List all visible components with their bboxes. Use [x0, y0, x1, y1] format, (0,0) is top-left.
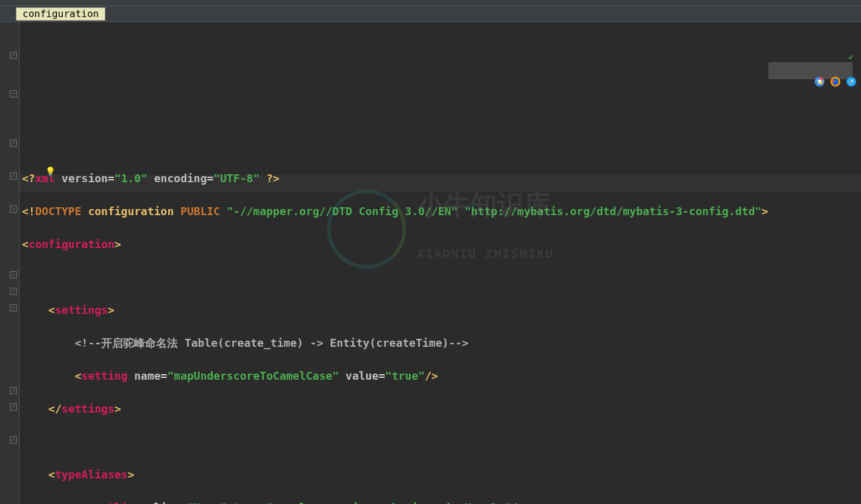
fold-marker[interactable]	[10, 52, 17, 59]
ie-icon[interactable]	[837, 65, 848, 76]
fold-marker[interactable]	[10, 90, 17, 98]
code-line: <?xml version="1.0" encoding="UTF-8" ?>	[22, 170, 861, 186]
fold-marker[interactable]	[10, 304, 17, 311]
code-area[interactable]: 💡 ✔ 小牛知识库 XIAONIU ZHISHIKU	[19, 22, 861, 504]
opera-icon[interactable]	[821, 65, 832, 76]
title-bar	[0, 0, 861, 6]
fold-marker[interactable]	[10, 205, 17, 213]
firefox-icon[interactable]	[789, 65, 800, 76]
safari-icon[interactable]	[805, 65, 816, 76]
code-line: <!--开启驼峰命名法 Table(create_time) -> Entity…	[22, 335, 861, 351]
code-line: <!DOCTYPE configuration PUBLIC "-//mappe…	[22, 203, 861, 219]
fold-marker[interactable]	[10, 140, 17, 147]
code-line: <setting name="mapUnderscoreToCamelCase"…	[22, 367, 861, 384]
editor[interactable]: 💡 ✔ 小牛知识库 XIAONIU ZHISHIKU	[0, 22, 861, 504]
fold-marker[interactable]	[10, 436, 17, 444]
code-line: <typeAliases>	[22, 466, 861, 483]
breadcrumb-item[interactable]: configuration	[16, 7, 105, 21]
lightbulb-icon[interactable]: 💡	[45, 163, 55, 180]
breadcrumb-bar: configuration	[0, 6, 861, 22]
browser-preview-toolbar	[768, 62, 852, 79]
code-line	[22, 269, 861, 285]
fold-marker[interactable]	[10, 172, 17, 180]
fold-marker[interactable]	[10, 271, 17, 279]
code-line: </settings>	[22, 400, 861, 417]
code-line: <settings>	[22, 302, 861, 318]
fold-marker[interactable]	[10, 387, 17, 394]
chrome-icon[interactable]	[773, 65, 784, 76]
code-line	[22, 433, 861, 450]
gutter	[0, 22, 19, 504]
fold-marker[interactable]	[10, 288, 17, 295]
fold-marker[interactable]	[10, 403, 17, 411]
code-line: <typeAlias alias="User" type="com.lemy.s…	[22, 499, 861, 504]
code-line: <configuration>	[22, 236, 861, 252]
